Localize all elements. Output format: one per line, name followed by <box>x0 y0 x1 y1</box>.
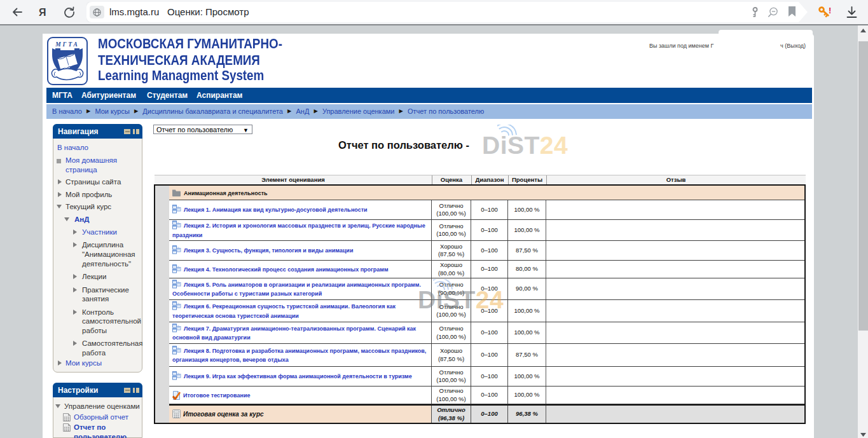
svg-text:!: ! <box>829 6 831 15</box>
svg-text:МГТА: МГТА <box>55 41 79 48</box>
